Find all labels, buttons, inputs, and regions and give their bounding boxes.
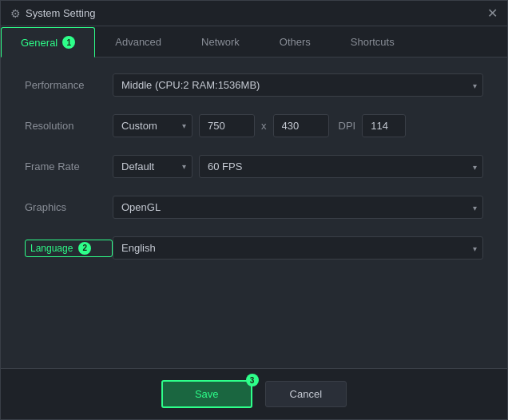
tab-general[interactable]: General 1: [1, 27, 95, 57]
resolution-width-input[interactable]: [199, 114, 255, 137]
frame-rate-preset-select[interactable]: Default: [113, 155, 192, 178]
title-bar-left: ⚙ System Setting: [10, 7, 95, 20]
tab-advanced[interactable]: Advanced: [95, 27, 181, 57]
frame-rate-controls: Default ▾ 60 FPS ▾: [113, 155, 483, 178]
performance-controls: Middle (CPU:2 RAM:1536MB) ▾: [113, 73, 483, 97]
performance-select[interactable]: Middle (CPU:2 RAM:1536MB): [113, 73, 483, 97]
tab-others[interactable]: Others: [260, 27, 331, 57]
resolution-controls: Custom ▾ x DPI: [113, 114, 483, 137]
frame-rate-row: Frame Rate Default ▾ 60 FPS ▾: [25, 155, 483, 178]
footer: Save 3 Cancel: [1, 368, 507, 419]
resolution-preset-wrapper: Custom ▾: [113, 114, 192, 137]
graphics-label: Graphics: [25, 201, 113, 213]
performance-label: Performance: [25, 79, 113, 91]
language-label-wrapper: Language 2: [25, 240, 113, 257]
cancel-button[interactable]: Cancel: [265, 381, 347, 407]
resolution-height-input[interactable]: [273, 114, 329, 137]
window-title: System Setting: [26, 7, 95, 19]
language-row: Language 2 English ▾: [25, 236, 483, 260]
dpi-label: DPI: [339, 120, 356, 132]
tab-bar: General 1 Advanced Network Others Shortc…: [1, 26, 507, 57]
language-select-wrapper: English ▾: [113, 236, 483, 260]
performance-select-wrapper: Middle (CPU:2 RAM:1536MB) ▾: [113, 73, 483, 97]
title-bar: ⚙ System Setting ✕: [1, 1, 507, 26]
language-badge: 2: [78, 242, 91, 255]
fps-select[interactable]: 60 FPS: [199, 155, 483, 178]
resolution-x-separator: x: [261, 120, 267, 132]
language-label: Language 2: [25, 240, 113, 257]
language-select[interactable]: English: [113, 236, 483, 260]
graphics-select[interactable]: OpenGL: [113, 196, 483, 219]
system-setting-window: ⚙ System Setting ✕ General 1 Advanced Ne…: [0, 0, 508, 420]
tab-shortcuts[interactable]: Shortcuts: [331, 27, 415, 57]
tab-content: Performance Middle (CPU:2 RAM:1536MB) ▾ …: [1, 57, 507, 368]
close-button[interactable]: ✕: [487, 7, 498, 20]
save-badge: 3: [246, 374, 259, 386]
resolution-preset-select[interactable]: Custom: [113, 114, 192, 137]
general-badge: 1: [62, 36, 75, 49]
frame-rate-label: Frame Rate: [25, 160, 113, 172]
save-button[interactable]: Save: [161, 380, 252, 408]
graphics-row: Graphics OpenGL ▾: [25, 196, 483, 219]
frame-rate-preset-wrapper: Default ▾: [113, 155, 192, 178]
tab-network[interactable]: Network: [181, 27, 260, 57]
resolution-label: Resolution: [25, 120, 113, 132]
resolution-row: Resolution Custom ▾ x DPI: [25, 114, 483, 137]
language-controls: English ▾: [113, 236, 483, 260]
graphics-controls: OpenGL ▾: [113, 196, 483, 219]
performance-row: Performance Middle (CPU:2 RAM:1536MB) ▾: [25, 73, 483, 97]
gear-icon: ⚙: [10, 7, 21, 20]
dpi-input[interactable]: [362, 114, 406, 137]
fps-select-wrapper: 60 FPS ▾: [199, 155, 483, 178]
graphics-select-wrapper: OpenGL ▾: [113, 196, 483, 219]
